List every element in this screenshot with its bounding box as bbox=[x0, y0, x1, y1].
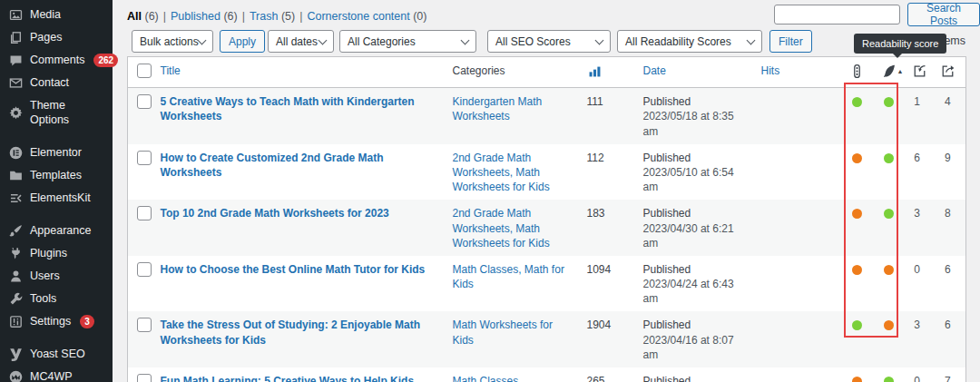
row-checkbox[interactable] bbox=[137, 94, 152, 109]
seo-score-icon[interactable] bbox=[849, 64, 865, 79]
post-status: Published bbox=[643, 94, 747, 109]
post-date: 2023/05/18 at 8:35 am bbox=[643, 109, 747, 138]
readability-scores-label: All Readability Scores bbox=[625, 35, 731, 48]
sidebar-item-elementskit[interactable]: ElementsKit bbox=[0, 187, 113, 210]
internal-links-count: 3 bbox=[914, 318, 920, 331]
sidebar-item-comments[interactable]: Comments 262 bbox=[0, 49, 113, 72]
count-badge: 3 bbox=[80, 315, 94, 328]
post-title-link[interactable]: Top 10 2nd Grade Math Worksheets for 202… bbox=[161, 207, 389, 220]
category-links[interactable]: Math Classes, Math for Kids bbox=[453, 263, 564, 290]
sidebar-item-media[interactable]: Media bbox=[0, 4, 113, 26]
sidebar-item-elementor[interactable]: Elementor bbox=[0, 142, 113, 164]
view-filter-all[interactable]: All (6) bbox=[127, 10, 159, 23]
readability-score-dot bbox=[884, 97, 894, 107]
table-row: 5 Creative Ways to Teach Math with Kinde… bbox=[128, 88, 966, 144]
users-icon bbox=[8, 269, 24, 284]
views-count: 1904 bbox=[587, 318, 612, 331]
seo-score-dot bbox=[852, 320, 862, 330]
view-filter-cornerstone-content[interactable]: Cornerstone content (0) bbox=[307, 10, 426, 23]
row-checkbox[interactable] bbox=[137, 151, 152, 165]
post-status: Published bbox=[643, 374, 747, 382]
row-checkbox[interactable] bbox=[137, 206, 152, 220]
table-header-row: Title Categories Date Hits ▲ bbox=[128, 57, 966, 88]
sidebar-item-templates[interactable]: Templates bbox=[0, 164, 113, 187]
post-title-link[interactable]: 5 Creative Ways to Teach Math with Kinde… bbox=[161, 95, 415, 122]
category-links[interactable]: 2nd Grade Math Worksheets, Math Workshee… bbox=[453, 207, 550, 249]
contact-icon bbox=[8, 75, 24, 91]
outgoing-links-count: 8 bbox=[945, 207, 951, 220]
dates-select[interactable]: All dates bbox=[268, 30, 334, 53]
sidebar-item-tools[interactable]: Tools bbox=[0, 288, 113, 310]
views-chart-icon[interactable] bbox=[587, 64, 603, 79]
row-checkbox[interactable] bbox=[137, 318, 152, 332]
gear-icon bbox=[8, 105, 24, 121]
sidebar-item-appearance[interactable]: Appearance bbox=[0, 220, 113, 242]
post-date: 2023/04/16 at 8:07 am bbox=[643, 333, 747, 362]
search-posts-input[interactable] bbox=[774, 5, 900, 24]
categories-label: All Categories bbox=[348, 35, 416, 48]
incoming-links-icon[interactable] bbox=[912, 64, 927, 79]
seo-scores-select[interactable]: All SEO Scores bbox=[487, 30, 611, 53]
sidebar-item-users[interactable]: Users bbox=[0, 265, 113, 288]
sidebar-item-yoast-seo[interactable]: Yoast SEO bbox=[0, 343, 113, 366]
row-checkbox[interactable] bbox=[137, 374, 152, 382]
seo-score-dot bbox=[852, 153, 862, 163]
post-title-link[interactable]: Take the Stress Out of Studying: 2 Enjoy… bbox=[161, 318, 421, 346]
chevron-down-icon bbox=[747, 35, 756, 44]
view-filter-published[interactable]: Published (6) bbox=[171, 10, 238, 23]
settings-icon bbox=[8, 314, 24, 329]
category-links[interactable]: Math Classes bbox=[453, 375, 519, 382]
table-row: Fun Math Learning: 5 Creative Ways to He… bbox=[128, 367, 966, 382]
dates-label: All dates bbox=[276, 35, 318, 48]
internal-links-count: 3 bbox=[914, 207, 920, 220]
category-links[interactable]: Kindergarten Math Worksheets bbox=[453, 95, 543, 122]
category-links[interactable]: 2nd Grade Math Worksheets, Math Workshee… bbox=[453, 152, 550, 193]
sort-date-header[interactable]: Date bbox=[643, 64, 666, 77]
hits-cell bbox=[754, 256, 841, 312]
bulk-actions-select[interactable]: Bulk actions bbox=[132, 30, 213, 53]
seo-score-dot bbox=[852, 377, 862, 382]
media-icon bbox=[8, 7, 24, 23]
bulk-actions-label: Bulk actions bbox=[140, 35, 199, 48]
separator: | bbox=[242, 10, 245, 23]
sidebar-item-theme-options[interactable]: Theme Options bbox=[0, 94, 113, 132]
category-links[interactable]: Math Worksheets for Kids bbox=[453, 318, 553, 346]
readability-scores-select[interactable]: All Readability Scores bbox=[617, 30, 762, 53]
sidebar-item-mc4wp[interactable]: MC4WP bbox=[0, 366, 113, 382]
apply-button[interactable]: Apply bbox=[220, 30, 265, 53]
sort-hits-header[interactable]: Hits bbox=[761, 64, 780, 77]
post-title-link[interactable]: How to Choose the Best Online Math Tutor… bbox=[161, 263, 426, 276]
post-date: 2023/04/30 at 6:21 am bbox=[643, 221, 747, 250]
readability-score-tooltip: Readability score bbox=[854, 34, 946, 54]
readability-score-dot bbox=[884, 377, 894, 382]
row-checkbox[interactable] bbox=[137, 262, 152, 277]
select-all-checkbox[interactable] bbox=[137, 64, 152, 78]
hits-cell bbox=[754, 88, 841, 144]
sidebar-item-contact[interactable]: Contact bbox=[0, 72, 113, 94]
plugins-icon bbox=[8, 246, 24, 261]
post-title-link[interactable]: How to Create Customized 2nd Grade Math … bbox=[161, 152, 384, 179]
separator: | bbox=[163, 10, 166, 23]
readability-score-dot bbox=[884, 153, 894, 163]
sidebar-item-settings[interactable]: Settings 3 bbox=[0, 310, 113, 333]
internal-links-count: 0 bbox=[914, 375, 920, 382]
table-row: Top 10 2nd Grade Math Worksheets for 202… bbox=[128, 200, 966, 256]
outgoing-links-icon[interactable] bbox=[940, 64, 956, 79]
sort-title-header[interactable]: Title bbox=[161, 64, 181, 77]
search-posts-button[interactable]: Search Posts bbox=[907, 3, 980, 26]
elementor-icon bbox=[8, 145, 24, 161]
post-title-link[interactable]: Fun Math Learning: 5 Creative Ways to He… bbox=[161, 375, 415, 382]
views-count: 111 bbox=[587, 95, 603, 108]
readability-score-icon[interactable] bbox=[881, 64, 897, 79]
sidebar-item-pages[interactable]: Pages bbox=[0, 26, 113, 49]
sort-ascending-icon: ▲ bbox=[897, 68, 904, 74]
table-row: How to Choose the Best Online Math Tutor… bbox=[128, 256, 966, 312]
filter-button[interactable]: Filter bbox=[769, 30, 812, 53]
chevron-down-icon bbox=[595, 35, 604, 44]
view-filter-trash[interactable]: Trash (5) bbox=[250, 10, 295, 23]
sidebar-item-plugins[interactable]: Plugins bbox=[0, 242, 113, 265]
table-row: Take the Stress Out of Studying: 2 Enjoy… bbox=[128, 311, 966, 367]
views-count: 183 bbox=[587, 207, 605, 220]
outgoing-links-count: 7 bbox=[945, 375, 951, 382]
categories-select[interactable]: All Categories bbox=[339, 30, 476, 53]
